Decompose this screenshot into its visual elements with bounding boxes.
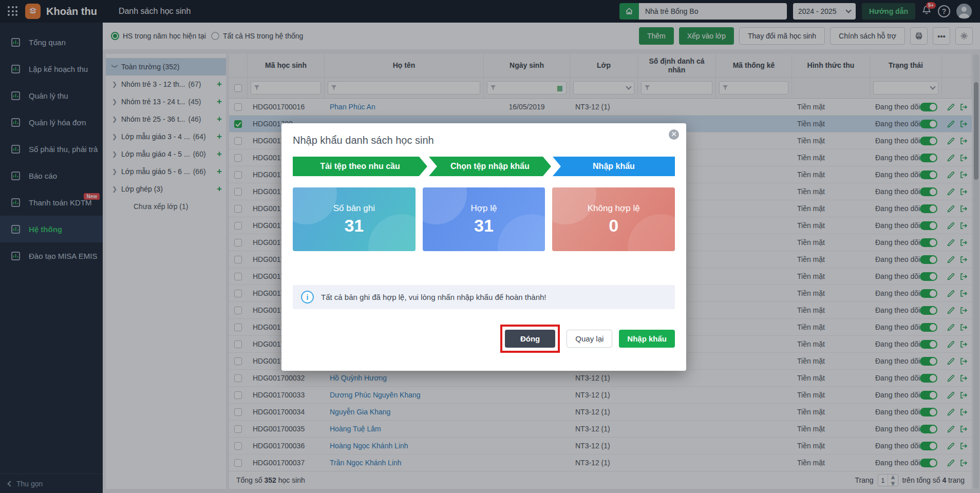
info-alert: i Tất cả bản ghi đã hợp lệ, vui lòng nhấ… xyxy=(293,285,675,309)
close-icon[interactable]: ✕ xyxy=(669,129,679,140)
card-value: 31 xyxy=(474,216,494,236)
import-steps: Tải tệp theo nhu cầu Chọn tệp nhập khẩu … xyxy=(293,157,675,176)
step-import[interactable]: Nhập khẩu xyxy=(553,157,675,176)
modal-footer: Đóng Quay lại Nhập khẩu xyxy=(293,325,675,353)
import-button[interactable]: Nhập khẩu xyxy=(619,330,675,348)
import-summary-cards: Số bản ghi 31 Hợp lệ 31 Không hợp lệ 0 xyxy=(293,187,675,251)
modal-title: Nhập khẩu danh sách học sinh xyxy=(293,135,675,146)
step-choose-file[interactable]: Chọn tệp nhập khẩu xyxy=(429,157,551,176)
info-icon: i xyxy=(301,291,314,304)
close-button[interactable]: Đóng xyxy=(505,330,555,348)
annotation-highlight-box: Đóng xyxy=(500,325,560,353)
card-total-records: Số bản ghi 31 xyxy=(293,187,416,251)
app-screen: Khoản thu Danh sách học sinh 2024 - 2025… xyxy=(0,0,980,493)
card-value: 0 xyxy=(609,216,618,236)
import-students-modal: ✕ Nhập khẩu danh sách học sinh Tải tệp t… xyxy=(281,123,686,371)
card-value: 31 xyxy=(344,216,364,236)
step-download-template[interactable]: Tải tệp theo nhu cầu xyxy=(293,157,427,176)
card-valid-records: Hợp lệ 31 xyxy=(423,187,545,251)
info-message: Tất cả bản ghi đã hợp lệ, vui lòng nhấn … xyxy=(321,293,546,301)
back-button[interactable]: Quay lại xyxy=(567,330,612,348)
card-label: Không hợp lệ xyxy=(588,203,640,214)
card-label: Hợp lệ xyxy=(471,203,497,214)
card-invalid-records: Không hợp lệ 0 xyxy=(552,187,675,251)
card-label: Số bản ghi xyxy=(333,203,375,214)
